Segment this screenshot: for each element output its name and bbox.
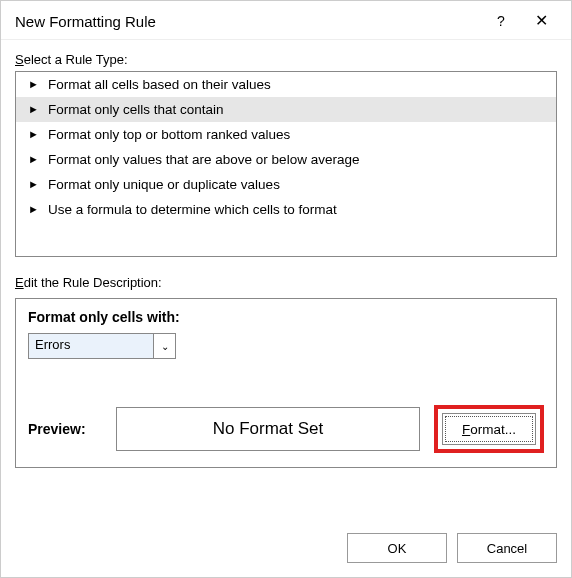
pointer-icon: ►	[28, 179, 40, 190]
format-accelerator: F	[462, 422, 470, 437]
cancel-button[interactable]: Cancel	[457, 533, 557, 563]
preview-label: Preview:	[28, 421, 102, 437]
format-button-text: ormat...	[470, 422, 516, 437]
pointer-icon: ►	[28, 204, 40, 215]
rule-type-item[interactable]: ► Format all cells based on their values	[16, 72, 556, 97]
rule-type-item[interactable]: ► Format only cells that contain	[16, 97, 556, 122]
format-button[interactable]: Format...	[442, 413, 536, 445]
rule-type-text: Format all cells based on their values	[48, 77, 271, 92]
dialog-content: Select a Rule Type: ► Format all cells b…	[1, 40, 571, 519]
format-button-highlight: Format...	[434, 405, 544, 453]
rule-type-list[interactable]: ► Format all cells based on their values…	[15, 71, 557, 257]
preview-box: No Format Set	[116, 407, 420, 451]
rule-type-item[interactable]: ► Format only unique or duplicate values	[16, 172, 556, 197]
new-formatting-rule-dialog: New Formatting Rule ? ✕ Select a Rule Ty…	[0, 0, 572, 578]
help-button[interactable]: ?	[481, 9, 521, 33]
criteria-combobox-value: Errors	[29, 334, 153, 358]
dialog-title: New Formatting Rule	[15, 13, 481, 30]
ok-button[interactable]: OK	[347, 533, 447, 563]
preview-row: Preview: No Format Set Format...	[28, 405, 544, 453]
select-rule-type-label: Select a Rule Type:	[15, 52, 557, 67]
dialog-footer: OK Cancel	[1, 519, 571, 577]
pointer-icon: ►	[28, 129, 40, 140]
edit-rule-description-label: Edit the Rule Description:	[15, 275, 557, 290]
rule-type-text: Use a formula to determine which cells t…	[48, 202, 337, 217]
rule-type-text: Format only top or bottom ranked values	[48, 127, 290, 142]
format-only-cells-with-label: Format only cells with:	[28, 309, 544, 325]
select-rule-text: elect a Rule Type:	[24, 52, 128, 67]
pointer-icon: ►	[28, 104, 40, 115]
rule-type-item[interactable]: ► Use a formula to determine which cells…	[16, 197, 556, 222]
rule-type-item[interactable]: ► Format only top or bottom ranked value…	[16, 122, 556, 147]
rule-description-box: Format only cells with: Errors ⌄ Preview…	[15, 298, 557, 468]
rule-type-text: Format only cells that contain	[48, 102, 224, 117]
rule-type-text: Format only unique or duplicate values	[48, 177, 280, 192]
titlebar: New Formatting Rule ? ✕	[1, 1, 571, 40]
criteria-combobox[interactable]: Errors ⌄	[28, 333, 176, 359]
pointer-icon: ►	[28, 79, 40, 90]
pointer-icon: ►	[28, 154, 40, 165]
edit-desc-accelerator: E	[15, 275, 24, 290]
chevron-down-icon[interactable]: ⌄	[153, 334, 175, 358]
select-rule-accelerator: S	[15, 52, 24, 67]
edit-desc-text: dit the Rule Description:	[24, 275, 162, 290]
close-button[interactable]: ✕	[521, 10, 561, 32]
rule-type-item[interactable]: ► Format only values that are above or b…	[16, 147, 556, 172]
rule-type-text: Format only values that are above or bel…	[48, 152, 359, 167]
